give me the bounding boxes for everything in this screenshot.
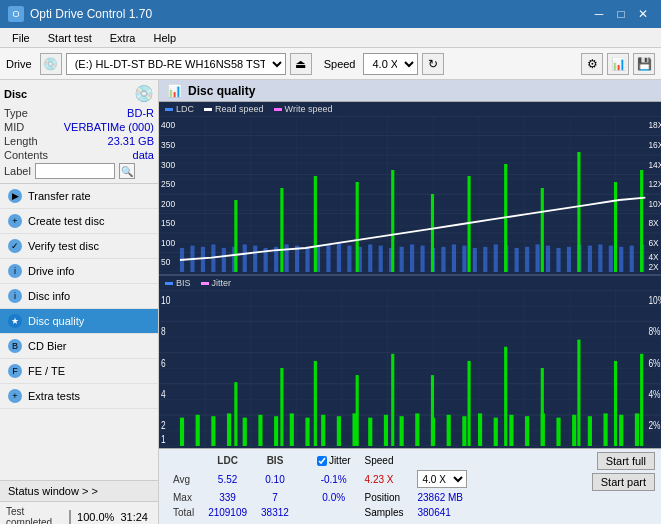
legend-ldc: LDC (165, 104, 194, 114)
menu-file[interactable]: File (4, 30, 38, 46)
svg-rect-68 (391, 170, 394, 272)
disc-length-row: Length 23.31 GB (4, 135, 154, 147)
legend-bis: BIS (165, 278, 191, 288)
disc-label-input[interactable] (35, 163, 115, 179)
settings-button[interactable]: ⚙ (581, 53, 603, 75)
svg-rect-61 (619, 247, 623, 272)
nav-verify-test-label: Verify test disc (28, 240, 99, 252)
max-label: Max (167, 491, 200, 504)
svg-text:200: 200 (161, 199, 175, 210)
main-layout: Disc 💿 Type BD-R MID VERBATIMe (000) Len… (0, 80, 661, 524)
menu-help[interactable]: Help (145, 30, 184, 46)
svg-rect-120 (337, 416, 341, 446)
nav-cd-bier-label: CD Bier (28, 340, 67, 352)
svg-rect-53 (536, 244, 540, 272)
titlebar: O Opti Drive Control 1.70 ─ □ ✕ (0, 0, 661, 28)
svg-rect-139 (635, 413, 639, 446)
nav-verify-test-icon: ✓ (8, 239, 22, 253)
nav-transfer-rate[interactable]: ▶ Transfer rate (0, 184, 158, 209)
disc-icon: 💿 (134, 84, 154, 103)
svg-rect-147 (504, 347, 507, 446)
chart-header-icon: 📊 (167, 84, 182, 98)
menu-extra[interactable]: Extra (102, 30, 144, 46)
charts-container: LDC Read speed Write speed (159, 102, 661, 448)
svg-text:4: 4 (161, 388, 166, 401)
max-bis: 7 (255, 491, 295, 504)
svg-rect-69 (431, 194, 434, 272)
label-search-button[interactable]: 🔍 (119, 163, 135, 179)
nav-transfer-rate-label: Transfer rate (28, 190, 91, 202)
svg-rect-55 (556, 248, 560, 272)
menu-start-test[interactable]: Start test (40, 30, 100, 46)
nav-cd-bier[interactable]: B CD Bier (0, 334, 158, 359)
nav-fe-te[interactable]: F FE / TE (0, 359, 158, 384)
nav-verify-test-disc[interactable]: ✓ Verify test disc (0, 234, 158, 259)
avg-label: Avg (167, 469, 200, 489)
jitter-checkbox[interactable] (317, 456, 327, 466)
nav-disc-info[interactable]: i Disc info (0, 284, 158, 309)
nav-disc-quality[interactable]: ★ Disc quality (0, 309, 158, 334)
maximize-button[interactable]: □ (611, 4, 631, 24)
eject-button[interactable]: ⏏ (290, 53, 312, 75)
stats-area: LDC BIS Jitter Speed Avg 5.52 0.10 -0.1% (159, 448, 661, 524)
svg-rect-119 (321, 415, 325, 446)
svg-rect-138 (619, 415, 623, 446)
disc-label-row: Label 🔍 (4, 163, 154, 179)
minimize-button[interactable]: ─ (589, 4, 609, 24)
speed-dropdown[interactable]: 4.0 X (417, 470, 467, 488)
nav-fe-te-label: FE / TE (28, 365, 65, 377)
legend-jitter-label: Jitter (212, 278, 232, 288)
svg-rect-150 (614, 361, 617, 446)
status-window-button[interactable]: Status window > > (0, 481, 158, 502)
nav-create-test-disc[interactable]: + Create test disc (0, 209, 158, 234)
app-title: Opti Drive Control 1.70 (30, 7, 152, 21)
report-button[interactable]: 📊 (607, 53, 629, 75)
svg-rect-52 (525, 247, 529, 272)
nav-cd-bier-icon: B (8, 339, 22, 353)
drive-select[interactable]: (E:) HL-DT-ST BD-RE WH16NS58 TST4 (66, 53, 286, 75)
legend-bis-dot (165, 282, 173, 285)
total-label: Total (167, 506, 200, 519)
chart-header-title: Disc quality (188, 84, 255, 98)
nav-disc-info-label: Disc info (28, 290, 70, 302)
svg-rect-110 (180, 418, 184, 446)
svg-rect-128 (462, 416, 466, 446)
svg-rect-54 (546, 246, 550, 272)
action-buttons: Start full Start part (592, 452, 655, 491)
svg-rect-115 (258, 415, 262, 446)
svg-rect-48 (483, 247, 487, 272)
nav-extra-tests-icon: + (8, 389, 22, 403)
svg-text:300: 300 (161, 159, 175, 170)
svg-text:250: 250 (161, 178, 175, 189)
svg-rect-135 (572, 415, 576, 446)
stats-speed-label: Speed (359, 454, 410, 467)
disc-header: Disc 💿 (4, 84, 154, 103)
drive-icon-btn[interactable]: 💿 (40, 53, 62, 75)
svg-rect-72 (541, 188, 544, 272)
svg-rect-49 (494, 244, 498, 272)
nav-items: ▶ Transfer rate + Create test disc ✓ Ver… (0, 184, 158, 480)
nav-extra-tests[interactable]: + Extra tests (0, 384, 158, 409)
stats-header-bis: BIS (255, 454, 295, 467)
svg-rect-37 (368, 244, 372, 272)
svg-rect-73 (577, 152, 580, 272)
disc-label-label: Label (4, 165, 31, 177)
disc-length-label: Length (4, 135, 38, 147)
nav-drive-info[interactable]: i Drive info (0, 259, 158, 284)
close-button[interactable]: ✕ (633, 4, 653, 24)
refresh-button[interactable]: ↻ (422, 53, 444, 75)
svg-rect-144 (391, 354, 394, 446)
total-bis: 38312 (255, 506, 295, 519)
svg-text:350: 350 (161, 140, 175, 151)
disc-length-value: 23.31 GB (108, 135, 154, 147)
top-chart-svg: 400 350 300 250 200 150 100 50 (159, 116, 661, 272)
svg-text:4%: 4% (648, 388, 660, 401)
svg-text:8: 8 (161, 325, 166, 338)
nav-create-test-label: Create test disc (28, 215, 104, 227)
save-button[interactable]: 💾 (633, 53, 655, 75)
start-part-button[interactable]: Start part (592, 473, 655, 491)
position-value: 23862 MB (411, 491, 473, 504)
speed-select[interactable]: 4.0 X (363, 53, 418, 75)
svg-rect-130 (494, 418, 498, 446)
start-full-button[interactable]: Start full (597, 452, 655, 470)
